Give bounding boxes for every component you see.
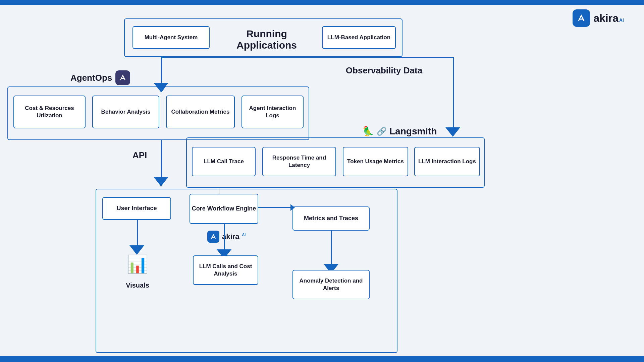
llm-calls-box: LLM Calls and Cost Analysis <box>193 255 258 285</box>
bottom-bar <box>0 356 644 362</box>
metrics-traces-box: Metrics and Traces <box>292 206 370 231</box>
llm-interaction-logs-box: LLM Interaction Logs <box>414 147 480 176</box>
behavior-analysis-box: Behavior Analysis <box>92 96 159 128</box>
logo-name: akira <box>593 12 619 24</box>
api-label: API <box>132 150 147 161</box>
arrow-api-v <box>161 140 162 179</box>
logo-icon <box>573 9 590 27</box>
agentops-icon <box>115 70 130 85</box>
core-workflow-box: Core Workflow Engine <box>190 194 258 224</box>
akira-bottom-icon <box>207 231 219 243</box>
arrow-ui-visuals-v <box>137 220 138 247</box>
agentops-label: AgentOps <box>70 73 112 83</box>
logo-area: akira AI <box>573 9 624 27</box>
visuals-chart-icon: 📊 <box>126 254 148 274</box>
multi-agent-box: Multi-Agent System <box>132 26 210 49</box>
top-bar <box>0 0 644 5</box>
arrow-langsmith-down <box>445 127 460 137</box>
langsmith-link-icon: 🔗 <box>377 127 387 136</box>
arrow-cwe-llm <box>224 224 225 251</box>
response-time-box: Response Time and Latency <box>262 147 336 176</box>
arrowhead-metrics <box>290 204 295 211</box>
arrow-right-v <box>453 57 454 132</box>
observability-label: Observability Data <box>320 65 448 76</box>
cost-resources-box: Cost & Resources Utlization <box>13 96 86 128</box>
akira-bottom-super: AI <box>242 233 246 237</box>
arrow-visuals-down <box>129 245 144 255</box>
langsmith-bird-icon: 🦜 <box>362 126 374 137</box>
arrow-top-h <box>161 57 454 58</box>
llm-based-box: LLM-Based Application <box>322 26 396 49</box>
anomaly-detection-box: Anomaly Detection and Alerts <box>292 270 370 299</box>
user-interface-box: User Interface <box>102 197 171 220</box>
visuals-label: Visuals <box>121 282 154 289</box>
langsmith-area: 🦜 🔗 Langsmith <box>362 126 437 137</box>
running-apps-title: Running Applications <box>220 28 314 51</box>
langsmith-label: Langsmith <box>389 126 437 137</box>
visuals-icon-area: 📊 <box>122 254 152 278</box>
llm-call-trace-box: LLM Call Trace <box>192 147 256 176</box>
arrow-metrics-anomaly <box>331 231 332 266</box>
akira-bottom-area: akira AI <box>207 231 246 243</box>
agentops-area: AgentOps <box>70 70 130 85</box>
token-usage-box: Token Usage Metrics <box>343 147 408 176</box>
logo-superscript: AI <box>619 17 624 23</box>
arrow-cwe-metrics <box>258 207 293 208</box>
arrow-ui-down <box>154 177 168 186</box>
main-canvas: akira AI Multi-Agent System Running Appl… <box>0 0 644 362</box>
agent-interaction-box: Agent Interaction Logs <box>241 96 304 128</box>
collaboration-metrics-box: Collaboration Metrics <box>166 96 235 128</box>
